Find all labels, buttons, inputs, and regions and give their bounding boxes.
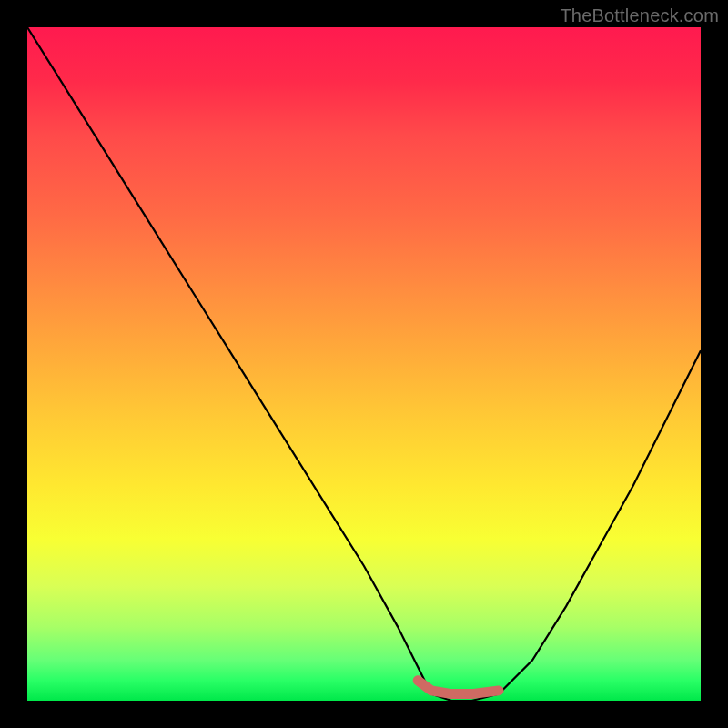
watermark-text: TheBottleneck.com	[560, 5, 719, 26]
optimal-range-marker	[418, 681, 499, 694]
chart-container: TheBottleneck.com	[0, 0, 728, 728]
plot-area	[27, 27, 701, 701]
bottleneck-curve	[27, 27, 701, 701]
chart-svg	[27, 27, 701, 701]
